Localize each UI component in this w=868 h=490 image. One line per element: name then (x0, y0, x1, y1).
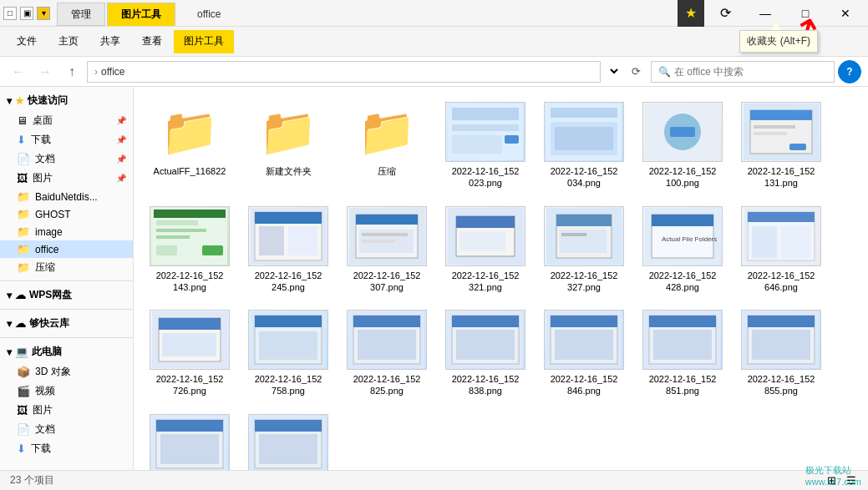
cloud-section: ▾ ☁ 够快云库 (0, 313, 133, 334)
tab-picture-tools[interactable]: 图片工具 (107, 3, 175, 26)
file-item[interactable]: 2022-12-16_152846.png (538, 305, 630, 402)
ribbon-picture-tools[interactable]: 图片工具 (174, 30, 234, 53)
file-item[interactable]: 2022-12-16_152646.png (735, 201, 827, 299)
refresh-button[interactable]: ⟳ (624, 60, 647, 83)
address-input[interactable]: › office (87, 61, 601, 83)
title-bar: □ ▣ ▾ 管理 图片工具 office ★ ⟳ — □ ✕ ↗ 收藏夹 (Al… (0, 0, 868, 27)
file-item[interactable]: 2022-12-16_152143.png (144, 201, 236, 299)
wps-header[interactable]: ▾ ☁ WPS网盘 (0, 285, 133, 306)
file-thumb: 📁 (347, 102, 427, 162)
file-thumb: Actual File Folders (642, 206, 723, 266)
file-name: 2022-12-16_152838.png (452, 373, 520, 397)
svg-rect-69 (456, 330, 515, 360)
file-item[interactable]: 2022-12-16_152855.png (735, 305, 827, 402)
file-thumb: 📁 (150, 102, 230, 162)
sidebar-item-ghost[interactable]: 📁 GHOST (0, 205, 133, 223)
cloud-header[interactable]: ▾ ☁ 够快云库 (0, 313, 133, 334)
file-item[interactable]: 2022-12-16_152307.png (341, 201, 433, 299)
file-name: 2022-12-16_152428.png (649, 270, 717, 294)
svg-rect-89 (259, 434, 317, 464)
sidebar-item-downloads[interactable]: ⬇ 下载 (0, 439, 133, 458)
window-icons: □ ▣ ▾ (3, 7, 50, 20)
close-button[interactable]: ✕ (826, 0, 865, 27)
png-preview (643, 103, 722, 161)
sidebar-item-pics[interactable]: 🖼 图片 (0, 401, 133, 420)
file-name: 2022-12-16_152023.png (452, 165, 520, 189)
sidebar-item-office[interactable]: 📁 office (0, 240, 133, 258)
file-item[interactable]: 2022-12-16_152838.png (439, 305, 531, 402)
sidebar-item-3d[interactable]: 📦 3D 对象 (0, 362, 133, 381)
png-preview (150, 311, 229, 369)
file-item[interactable]: 2022-12-16_152758.png (242, 305, 334, 402)
svg-rect-27 (255, 212, 322, 224)
file-item[interactable]: 📁 ActualFF_116822 (144, 97, 236, 194)
sidebar-item-baidu[interactable]: 📁 BaiduNetdis... (0, 188, 133, 205)
svg-rect-21 (156, 229, 206, 232)
file-thumb (445, 102, 525, 162)
sidebar-item-docs[interactable]: 📄 文档 📌 (0, 149, 133, 169)
sidebar-item-documents[interactable]: 📄 文档 (0, 420, 133, 439)
file-name: 2022-12-16_152851.png (649, 373, 717, 397)
file-item[interactable]: Actual File Folders 2022-12-16_152428.pn… (637, 201, 728, 299)
files-grid: 📁 ActualFF_116822 📁 新建文件夹 📁 压缩 (144, 97, 858, 470)
file-thumb (544, 102, 624, 162)
file-item[interactable]: 2022-12-16_152245.png (242, 201, 334, 299)
svg-rect-72 (551, 316, 617, 327)
ribbon-file[interactable]: 文件 (7, 30, 47, 53)
sidebar-item-desktop[interactable]: 🖥 桌面 📌 (0, 111, 133, 130)
up-button[interactable]: ↑ (60, 60, 84, 83)
divider-1 (0, 280, 133, 281)
address-dropdown[interactable] (604, 64, 621, 78)
file-thumb: 📁 (248, 102, 328, 162)
png-preview (446, 103, 525, 161)
search-input[interactable] (674, 66, 827, 78)
file-item[interactable]: 2022-12-16_152726.png (144, 305, 236, 402)
file-item[interactable]: 2022-12-16_152858.png (144, 409, 236, 470)
file-item[interactable]: 2022-12-16_152023.png (439, 97, 531, 194)
collapse-arrow-3: ▾ (7, 318, 12, 330)
file-item[interactable]: 2022-12-16_152851.png (637, 305, 728, 402)
file-item[interactable]: 2022-12-16_152100.png (637, 97, 728, 194)
svg-rect-88 (255, 420, 322, 432)
svg-rect-81 (752, 330, 810, 360)
svg-rect-22 (156, 235, 190, 239)
ribbon-home[interactable]: 主页 (48, 30, 89, 53)
forward-button[interactable]: → (33, 60, 57, 83)
svg-rect-15 (754, 125, 795, 129)
svg-text:Actual File Folders: Actual File Folders (662, 235, 717, 243)
window-title: office (184, 3, 234, 26)
ribbon-view[interactable]: 查看 (132, 30, 172, 53)
maximize-button[interactable]: □ (786, 0, 825, 27)
file-item[interactable]: 📁 压缩 (341, 97, 433, 194)
png-preview (150, 207, 229, 265)
file-item[interactable]: 2022-12-16_152825.png (341, 305, 433, 402)
back-button[interactable]: ← (7, 60, 30, 83)
sidebar-item-video[interactable]: 🎬 视频 (0, 381, 133, 401)
sidebar-item-compress[interactable]: 📁 压缩 (0, 258, 133, 277)
item-count: 23 个项目 (10, 473, 54, 487)
file-item[interactable]: 2022-12-16_152912.png (242, 409, 334, 470)
sidebar-item-download[interactable]: ⬇ 下载 📌 (0, 130, 133, 149)
sidebar-item-image[interactable]: 📁 image (0, 223, 133, 240)
pin-icon: 📌 (116, 116, 126, 125)
file-item[interactable]: 2022-12-16_152131.png (735, 97, 827, 194)
file-thumb (445, 310, 525, 370)
file-item[interactable]: 2022-12-16_152321.png (439, 201, 531, 299)
file-item[interactable]: 2022-12-16_152034.png (538, 97, 630, 194)
help-button[interactable]: ? (838, 60, 861, 83)
file-item[interactable]: 2022-12-16_152327.png (538, 201, 630, 299)
main-layout: ▾ ★ 快速访问 🖥 桌面 📌 ⬇ 下载 📌 📄 文档 📌 🖼 图片 (0, 87, 868, 470)
favorite-button[interactable]: ★ (678, 0, 704, 27)
svg-rect-68 (452, 316, 519, 327)
thispc-header[interactable]: ▾ 💻 此电脑 (0, 341, 133, 362)
tab-manage[interactable]: 管理 (57, 3, 105, 26)
file-item[interactable]: 📁 新建文件夹 (242, 97, 334, 194)
ribbon-share[interactable]: 共享 (90, 30, 130, 53)
sync-button[interactable]: ⟳ (706, 0, 744, 27)
png-preview (249, 415, 327, 470)
svg-rect-23 (202, 245, 223, 255)
sidebar-item-pictures[interactable]: 🖼 图片 📌 (0, 169, 133, 188)
file-name: 2022-12-16_152143.png (156, 270, 224, 294)
file-thumb (347, 310, 427, 370)
quick-access-header[interactable]: ▾ ★ 快速访问 (0, 90, 133, 111)
